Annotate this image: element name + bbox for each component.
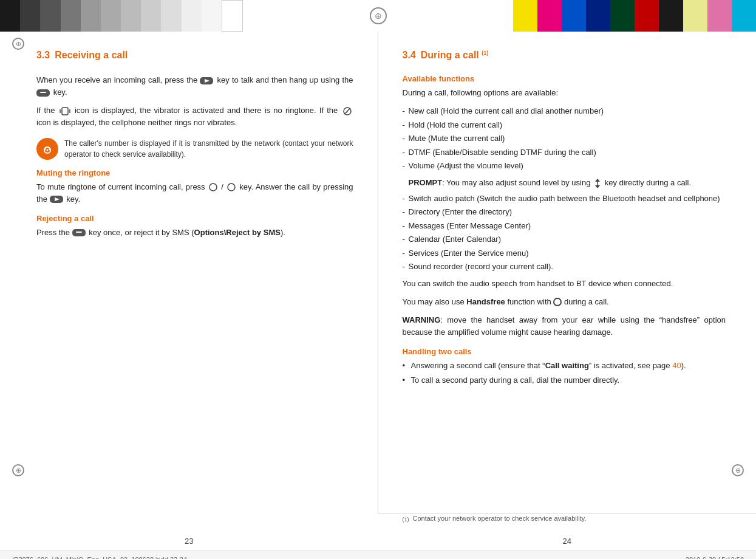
bullet-item-8: Messages (Enter Message Center) [403,220,726,232]
page-num-left: 23 [0,537,378,546]
swatch-r10 [732,0,756,32]
avail-func-intro: During a call, following options are ava… [403,87,726,99]
muting-heading: Muting the ringtone [36,168,353,177]
top-color-bar: ⊕ [0,0,756,32]
swatch-r4 [586,0,610,32]
footer-left-text: IP3076_606_UM_MiniQ_Eng_USA_02_100630.in… [12,556,187,560]
swatch-2 [20,0,40,32]
end-key-icon2 [72,228,87,237]
prompt-block: PROMPT: You may also adjust sound level … [409,177,726,189]
svg-marker-18 [595,179,600,182]
swatch-r5 [610,0,635,32]
swatch-10 [182,0,202,32]
section-3-4-number: 3.4 [403,50,416,61]
lock-icon [41,142,54,156]
handsfree-para: You may also use Handsfree function with… [403,296,726,308]
reject-bold: Options\Reject by SMS [194,228,281,237]
receiving-para1: When you receive an incoming call, press… [36,74,353,98]
swatch-r7 [659,0,683,32]
page-left: ⊕ 3.3 Receiving a call When you receive … [0,32,378,513]
handsfree-circle-icon [553,298,562,306]
muting-para: To mute ringtone of current incoming cal… [36,181,353,205]
footer-bar: IP3076_606_UM_MiniQ_Eng_USA_02_100630.in… [0,550,756,559]
footer-right-text: 2010-6-30 15:12:58 [686,556,744,560]
bullet-item-7: Directory (Enter the directory) [403,206,726,218]
circle-key-icon [208,182,218,192]
swatch-r6 [635,0,659,32]
bullet-list-2: Switch audio patch (Switch the audio pat… [403,193,726,273]
right-swatches [513,0,756,32]
swatch-r2 [537,0,562,32]
bullet-item-4: DTMF (Enable/Disable sending DTMF during… [403,146,726,159]
bullet-list-1: New call (Hold the current call and dial… [403,105,726,172]
info-icon [36,138,58,160]
bullet-item-9: Calendar (Enter Calendar) [403,233,726,245]
info-text: The caller's number is displayed if it i… [64,138,353,160]
svg-rect-3 [40,92,46,93]
handsfree-bold: Handsfree [466,297,505,306]
section-3-3-heading: 3.3 Receiving a call [36,50,353,68]
swatch-3 [40,0,60,32]
section-3-3-title: Receiving a call [55,50,128,61]
prompt-label: PROMPT [409,178,443,187]
dot-item-2: To call a second party during a call, di… [403,374,726,386]
reject-para: Press the key once, or reject it by SMS … [36,227,353,239]
bullet-item-2: Hold (Hold the current call) [403,119,726,131]
warning-para: WARNING: move the handset away from your… [403,314,726,338]
svg-rect-4 [62,108,68,115]
section-3-4-heading: 3.4 During a call (1) [403,50,726,68]
svg-rect-17 [76,231,82,233]
reg-mark-bottom-right: ⊕ [732,464,744,476]
bullet-item-3: Mute (Mute the current call) [403,132,726,145]
swatch-r8 [683,0,707,32]
bullet-item-6: Switch audio patch (Switch the audio pat… [403,193,726,205]
svg-marker-19 [595,185,600,188]
call-waiting-bold: Call waiting [545,361,589,370]
swatch-9 [161,0,181,32]
section-3-4-title: During a call (1) [421,50,488,61]
call-key-icon2 [50,195,64,204]
registration-mark-top: ⊕ [370,7,387,24]
handling-title: Handling two calls [403,347,726,356]
svg-point-12 [209,183,217,191]
switch-text: You can switch the audio speech from han… [403,278,726,290]
footnote-num: (1) [403,516,409,523]
receiving-para2: If the icon is displayed, the vibrator i… [36,105,353,129]
swatch-5 [81,0,101,32]
arrow-updown-icon [593,178,602,189]
end-key-icon [36,89,51,97]
vibrate-icon [60,106,70,116]
page-right: 3.4 During a call (1) Available function… [378,32,757,513]
main-content: ⊕ 3.3 Receiving a call When you receive … [0,32,756,513]
page-40-link[interactable]: 40 [672,361,681,370]
dot-list: Answering a second call (ensure that “Ca… [403,360,726,386]
reg-mark-bottom-left: ⊕ [12,464,24,476]
page-numbers: 23 24 [0,531,756,550]
swatch-12 [222,0,243,32]
avail-func-title: Available functions [403,74,726,83]
svg-point-13 [228,183,235,191]
bullet-item-10: Services (Enter the Service menu) [403,247,726,259]
swatch-r1 [513,0,537,32]
swatch-r3 [562,0,586,32]
dot-item-1: Answering a second call (ensure that “Ca… [403,360,726,372]
center-crosshair: ⊕ [243,0,513,32]
bullet-item-5: Volume (Adjust the vloume level) [403,160,726,172]
reg-mark-top-left: ⊕ [12,38,24,50]
silent-icon: ♪ [342,106,352,116]
swatch-6 [101,0,121,32]
footnote-text: Contact your network operator to check s… [413,515,587,523]
swatch-1 [0,0,20,32]
swatch-8 [141,0,161,32]
svg-point-11 [47,149,49,151]
bullet-item-11: Sound recorder (record your current call… [403,261,726,273]
svg-text:♪: ♪ [346,109,348,114]
reject-heading: Rejecting a call [36,214,353,223]
page-num-right: 24 [378,537,757,546]
swatch-r9 [707,0,732,32]
swatch-4 [61,0,81,32]
bullet-item-1: New call (Hold the current call and dial… [403,105,726,117]
footnote-right: (1) Contact your network operator to che… [378,513,757,523]
footnote-row: (1) Contact your network operator to che… [0,513,756,531]
left-swatches [0,0,243,32]
